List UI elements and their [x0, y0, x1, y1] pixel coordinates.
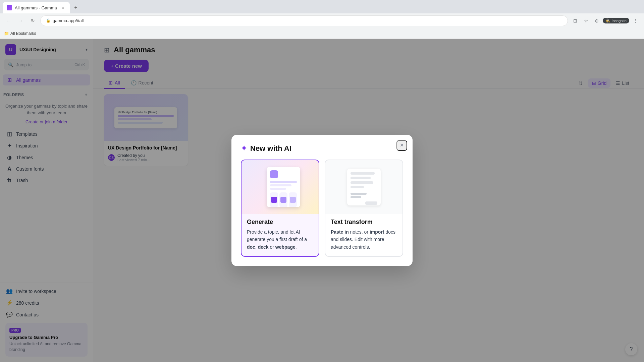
transform-card-body: Text transform Paste in notes, or import…: [325, 214, 402, 256]
forward-button[interactable]: →: [16, 16, 25, 25]
inner-card-3: [289, 192, 297, 207]
tab-bar: All gammas - Gamma × +: [0, 0, 644, 13]
bookmarks-bar: 📁 All Bookmarks: [0, 28, 644, 39]
profile-icon[interactable]: ⊙: [592, 16, 601, 25]
incognito-badge: 🕵 Incognito: [603, 18, 629, 23]
modal-overlay[interactable]: × ✦ New with AI: [0, 39, 644, 362]
active-tab[interactable]: All gammas - Gamma ×: [3, 2, 70, 13]
modal-title: ✦ New with AI: [241, 144, 403, 153]
bookmarks-icon: 📁: [4, 31, 9, 36]
transform-desc: Paste in notes, or import docs and slide…: [331, 228, 397, 251]
transform-illustration: [347, 169, 381, 205]
generate-desc: Provide a topic, and let AI generate you…: [247, 228, 313, 251]
back-button[interactable]: ←: [4, 16, 13, 25]
generate-thumbnail: [241, 160, 319, 214]
close-icon: ×: [400, 142, 404, 149]
new-tab-button[interactable]: +: [71, 3, 80, 12]
tab-title: All gammas - Gamma: [15, 5, 57, 10]
bookmark-star-icon[interactable]: ☆: [581, 16, 591, 25]
transform-thumbnail: [325, 160, 402, 214]
modal-title-text: New with AI: [250, 144, 291, 153]
lock-icon: 🔒: [46, 18, 51, 23]
browser-toolbar: ← → ↻ 🔒 gamma.app/#all ⊡ ☆ ⊙ 🕵 Incognito…: [0, 13, 644, 28]
reload-button[interactable]: ↻: [28, 16, 38, 25]
menu-button[interactable]: ⋮: [631, 16, 640, 25]
incognito-icon: 🕵: [605, 18, 610, 23]
generate-title: Generate: [247, 219, 313, 226]
extension-icon[interactable]: ⊡: [571, 16, 580, 25]
inner-card-1: [270, 192, 278, 207]
tab-favicon: [7, 5, 12, 10]
main-doc-card: [267, 167, 300, 207]
generate-card-body: Generate Provide a topic, and let AI gen…: [241, 214, 319, 256]
generate-card[interactable]: Generate Provide a topic, and let AI gen…: [241, 160, 319, 257]
address-bar[interactable]: 🔒 gamma.app/#all: [40, 15, 568, 26]
incognito-label: Incognito: [611, 19, 627, 23]
tab-close-button[interactable]: ×: [60, 5, 66, 10]
transform-title: Text transform: [331, 219, 397, 226]
browser-chrome: All gammas - Gamma × + ← → ↻ 🔒 gamma.app…: [0, 0, 644, 39]
url-text: gamma.app/#all: [53, 18, 84, 23]
generate-illustration: [260, 167, 300, 207]
sparkle-icon: ✦: [241, 144, 247, 153]
new-with-ai-modal: × ✦ New with AI: [231, 135, 413, 266]
modal-close-button[interactable]: ×: [396, 140, 407, 151]
bookmarks-label: All Bookmarks: [10, 31, 36, 36]
text-transform-card[interactable]: Text transform Paste in notes, or import…: [325, 160, 403, 257]
inner-card-2: [279, 192, 287, 207]
toolbar-right: ⊡ ☆ ⊙ 🕵 Incognito ⋮: [571, 16, 640, 25]
modal-cards: Generate Provide a topic, and let AI gen…: [241, 160, 403, 257]
